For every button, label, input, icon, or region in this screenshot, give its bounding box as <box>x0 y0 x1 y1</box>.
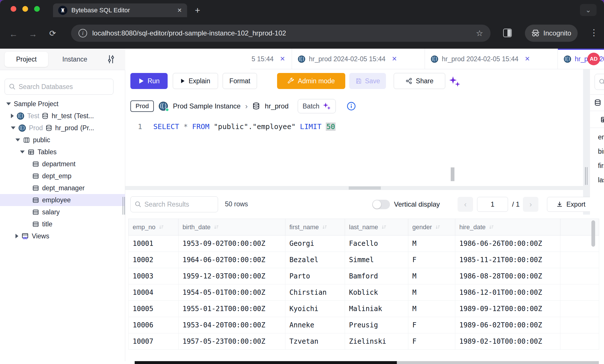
search-databases-input[interactable] <box>19 83 109 91</box>
close-tab-icon[interactable]: ✕ <box>177 7 182 14</box>
column-row[interactable]: birth_datedate <box>590 144 604 159</box>
sidebar-header: Project Instance <box>0 49 125 70</box>
close-window-button[interactable] <box>11 6 16 12</box>
browser-tab[interactable]: ♜ Bytebase SQL Editor ✕ <box>53 3 187 17</box>
ai-sparkles-icon[interactable] <box>448 76 460 87</box>
column-header[interactable]: hire_date <box>455 219 560 236</box>
chevron-down-icon[interactable] <box>11 126 15 129</box>
sort-icon[interactable] <box>435 224 441 230</box>
column-header[interactable]: first_name <box>285 219 345 236</box>
tree-item-table-employee[interactable]: employee <box>0 194 125 206</box>
new-tab-button[interactable]: + <box>195 5 200 16</box>
schema-database-row[interactable]: hr_prod <box>590 94 604 111</box>
tree-item-table-department[interactable]: department <box>0 158 125 170</box>
site-info-icon[interactable]: i <box>79 29 87 37</box>
save-button[interactable]: Save <box>349 73 386 89</box>
zoom-window-button[interactable] <box>34 6 40 12</box>
next-page-button[interactable]: › <box>523 197 538 212</box>
table-row[interactable]: 100051955-01-21T00:00:00ZKyoichiMaliniak… <box>129 301 599 317</box>
chevron-down-icon[interactable] <box>6 102 11 105</box>
browser-menu-icon[interactable]: ⋮ <box>590 27 598 37</box>
info-icon[interactable] <box>347 102 356 111</box>
tab-project[interactable]: Project <box>5 52 48 67</box>
format-button[interactable]: Format <box>223 73 257 89</box>
chevron-down-icon[interactable] <box>20 151 25 153</box>
avatar[interactable]: AD <box>587 53 600 65</box>
vertical-display-toggle[interactable] <box>372 200 390 209</box>
postgresql-icon <box>298 55 305 63</box>
column-header[interactable]: birth_date <box>179 219 285 236</box>
url-bar[interactable]: i localhost:8080/sql-editor/prod-sample-… <box>71 25 491 42</box>
editor-scrollbar[interactable] <box>451 167 454 181</box>
instance-name[interactable]: Prod Sample Instance <box>173 102 240 110</box>
table-row[interactable]: 100021964-06-02T00:00:00ZBezalelSimmelF1… <box>129 252 599 268</box>
sort-icon[interactable] <box>213 224 219 230</box>
close-tab-icon[interactable]: ✕ <box>280 55 285 63</box>
close-tab-icon[interactable]: ✕ <box>525 55 530 63</box>
forward-button[interactable]: → <box>29 29 37 39</box>
tab-search-chevron-button[interactable]: ⌄ <box>580 4 597 16</box>
sort-icon[interactable] <box>381 224 387 230</box>
column-header[interactable]: emp_no <box>129 219 179 236</box>
tree-item-schema-public[interactable]: public <box>0 134 125 146</box>
column-header[interactable]: gender <box>408 219 455 236</box>
incognito-badge: Incognito <box>525 25 578 42</box>
column-row[interactable]: last_nametext <box>590 173 604 187</box>
reload-button[interactable]: ⟳ <box>49 29 56 38</box>
schema-filter[interactable] <box>595 74 604 90</box>
sort-icon[interactable] <box>158 224 164 230</box>
tree-item-table-salary[interactable]: salary <box>0 206 125 218</box>
tree-item-sample-project[interactable]: Sample Project <box>0 98 125 110</box>
filter-settings-icon[interactable] <box>106 54 116 64</box>
tree-item-tables-group[interactable]: Tables <box>0 146 125 158</box>
schema-table-row[interactable]: public.employe < > <box>590 111 604 128</box>
back-button[interactable]: ← <box>9 29 18 39</box>
table-row[interactable]: 100071957-05-23T00:00:00ZTzvetanZielinsk… <box>129 333 599 350</box>
tree-item-table-title[interactable]: title <box>0 218 125 230</box>
results-search[interactable] <box>130 196 218 212</box>
table-row[interactable]: 100011953-09-02T00:00:00ZGeorgiFacelloM1… <box>129 236 599 252</box>
environment-chip[interactable]: Prod <box>130 100 154 112</box>
bookmark-star-icon[interactable]: ☆ <box>476 29 483 38</box>
database-name[interactable]: hr_prod <box>265 102 289 110</box>
page-number-input[interactable] <box>477 197 508 212</box>
column-row[interactable]: emp_nointeger <box>590 130 604 144</box>
sort-icon[interactable] <box>489 224 494 230</box>
sort-icon[interactable] <box>322 224 328 230</box>
search-results-input[interactable] <box>144 201 214 208</box>
prev-page-button[interactable]: ‹ <box>458 197 473 212</box>
results-scrollbar[interactable] <box>591 220 595 247</box>
tree-item-hr-test[interactable]: Test hr_test (Test... <box>0 110 125 122</box>
tree-item-views-group[interactable]: Views <box>0 230 125 242</box>
results-resize-gutter[interactable] <box>125 186 604 190</box>
close-tab-icon[interactable]: ✕ <box>392 55 397 63</box>
batch-button[interactable]: Batch <box>298 99 336 113</box>
column-row[interactable]: first_nametext <box>590 159 604 173</box>
editor-tab-1[interactable]: 5 15:44 ✕ <box>250 49 292 69</box>
export-button[interactable]: Export <box>547 197 595 212</box>
tree-item-table-dept-manager[interactable]: dept_manager <box>0 182 125 194</box>
table-row[interactable]: 100061953-04-20T00:00:00ZAnnekePreusigF1… <box>129 317 599 333</box>
tree-item-table-dept-emp[interactable]: dept_emp <box>0 170 125 182</box>
column-header[interactable]: last_name <box>345 219 408 236</box>
editor-tab-2[interactable]: hr_prod 2024-02-05 15:44 ✕ <box>292 49 425 69</box>
table-row[interactable]: 100031959-12-03T00:00:00ZPartoBamfordM19… <box>129 268 599 284</box>
side-panel-icon[interactable] <box>503 29 512 37</box>
sql-editor[interactable]: 1 SELECT * FROM "public"."employee" LIMI… <box>125 117 458 186</box>
admin-mode-button[interactable]: Admin mode <box>277 73 345 89</box>
share-button[interactable]: Share <box>394 73 445 89</box>
explain-button[interactable]: Explain <box>173 73 218 89</box>
chevron-right-icon[interactable] <box>15 234 18 238</box>
editor-tab-label: hr_prod 2024-02-05 15:44 <box>309 55 385 63</box>
chevron-down-icon[interactable] <box>15 139 20 141</box>
url-text[interactable]: localhost:8080/sql-editor/prod-sample-in… <box>92 29 471 37</box>
table-row[interactable]: 100041954-05-01T00:00:00ZChirstianKoblic… <box>129 284 599 301</box>
editor-tab-3[interactable]: hr_prod 2024-02-05 15:44 ✕ <box>425 49 558 69</box>
minimize-window-button[interactable] <box>22 6 28 12</box>
sql-statement[interactable]: SELECT * FROM "public"."employee" LIMIT … <box>153 122 336 131</box>
chevron-right-icon[interactable] <box>11 114 14 118</box>
run-button[interactable]: Run <box>130 73 168 89</box>
tree-item-hr-prod[interactable]: Prod hr_prod (Pr... <box>0 122 125 134</box>
database-search[interactable] <box>5 79 113 95</box>
tab-instance[interactable]: Instance <box>53 52 97 67</box>
